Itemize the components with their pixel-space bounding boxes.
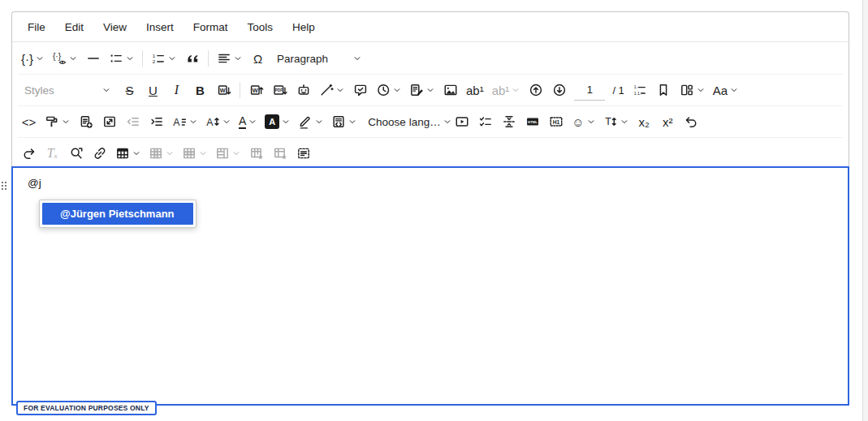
underline-button[interactable]: U xyxy=(142,78,164,102)
text-alignment-button[interactable] xyxy=(214,46,245,71)
superscript-button[interactable]: x² xyxy=(657,110,679,134)
horizontal-line-button[interactable] xyxy=(82,46,104,71)
insert-template-button[interactable] xyxy=(75,110,97,134)
italic-button[interactable]: I xyxy=(166,78,188,102)
code-block-button[interactable] xyxy=(328,110,360,134)
format-painter-button[interactable] xyxy=(41,110,73,134)
font-size-button[interactable]: A xyxy=(169,110,201,134)
page-layout-button[interactable] xyxy=(676,78,708,102)
line-height-button[interactable]: T xyxy=(600,110,632,134)
chevron-down-icon xyxy=(62,118,70,126)
track-changes-icon xyxy=(409,83,424,97)
to-do-list-button[interactable] xyxy=(474,110,496,134)
find-and-replace-button[interactable] xyxy=(65,141,87,165)
import-from-word-button[interactable]: W xyxy=(213,78,235,102)
link-icon xyxy=(93,146,107,161)
font-background-color-button[interactable]: A xyxy=(261,110,293,134)
chevron-down-icon xyxy=(353,54,361,62)
source-editing-button[interactable]: <> xyxy=(18,110,40,134)
svg-text:1: 1 xyxy=(153,53,156,58)
chevron-down-icon xyxy=(248,118,257,126)
fullscreen-button[interactable] xyxy=(98,110,120,134)
multi-level-list-button[interactable]: 1.1.1. xyxy=(629,78,651,102)
ai-assistant-button[interactable] xyxy=(292,78,314,102)
page-layout-icon xyxy=(680,83,694,97)
strikethrough-button[interactable]: S xyxy=(119,78,140,102)
undo-icon xyxy=(684,114,698,129)
highlight-button[interactable] xyxy=(295,110,326,134)
increase-indent-button[interactable] xyxy=(145,110,167,134)
bold-button[interactable]: B xyxy=(189,78,211,102)
export-to-word-icon: W xyxy=(249,83,264,97)
menu-insert[interactable]: Insert xyxy=(136,17,184,37)
remove-format-icon: Tₓ xyxy=(47,147,58,160)
svg-text:T: T xyxy=(605,116,611,127)
font-color-button[interactable]: A xyxy=(235,110,260,134)
block-drag-handle-icon[interactable] xyxy=(2,182,7,191)
chevron-down-icon xyxy=(69,54,77,62)
insert-table-button[interactable] xyxy=(112,141,144,165)
chevron-down-icon xyxy=(232,149,240,157)
bold-icon: B xyxy=(196,84,205,97)
paragraph-dropdown[interactable]: Paragraph xyxy=(270,46,368,71)
chevron-down-icon xyxy=(168,54,176,62)
merge-field-preview-button[interactable]: {·} xyxy=(49,46,80,71)
redo-button[interactable] xyxy=(18,141,40,165)
insert-media-button[interactable] xyxy=(451,110,473,134)
heading-widget-button[interactable]: H1 xyxy=(545,110,567,134)
block-quote-button[interactable] xyxy=(181,46,203,71)
export-to-word-button[interactable]: W xyxy=(245,78,267,102)
chevron-down-icon xyxy=(587,118,595,126)
insert-media-icon xyxy=(455,114,469,129)
numbered-list-button[interactable]: 12 xyxy=(148,46,179,71)
track-changes-button[interactable] xyxy=(406,78,438,102)
page-number-input[interactable] xyxy=(574,80,605,101)
mention-dropdown: @Jürgen Pietschmann xyxy=(39,200,196,228)
special-characters-button[interactable]: Ω xyxy=(247,46,269,71)
toolbar-separator xyxy=(208,50,209,67)
undo-button[interactable] xyxy=(680,110,702,134)
subscript-button[interactable]: x₂ xyxy=(633,110,655,134)
table-properties-button xyxy=(245,141,267,165)
insert-image-icon xyxy=(443,83,458,97)
evaluation-badge: FOR EVALUATION PURPOSES ONLY xyxy=(16,401,157,415)
revision-history-icon xyxy=(376,83,391,97)
bulleted-list-icon xyxy=(109,51,123,66)
redo-icon xyxy=(22,146,37,161)
chevron-down-icon xyxy=(336,86,344,94)
mention-option-selected[interactable]: @Jürgen Pietschmann xyxy=(42,203,193,225)
page-break-button[interactable] xyxy=(498,110,520,134)
scrollbar-track[interactable] xyxy=(862,0,868,421)
bulleted-list-button[interactable] xyxy=(106,46,137,71)
menu-file[interactable]: File xyxy=(18,17,55,37)
menu-edit[interactable]: Edit xyxy=(55,17,93,37)
select-all-button[interactable] xyxy=(292,141,314,165)
merge-field-preview-icon: {·} xyxy=(52,51,67,66)
merge-field-button[interactable]: {·} xyxy=(18,46,47,71)
source-editing-icon: <> xyxy=(22,116,37,128)
link-button[interactable] xyxy=(89,141,110,165)
emoji-button[interactable]: ☺ xyxy=(568,110,598,134)
text-height-button[interactable]: A xyxy=(202,110,234,134)
insert-image-button[interactable] xyxy=(439,78,461,102)
menu-help[interactable]: Help xyxy=(283,17,325,37)
menu-format[interactable]: Format xyxy=(184,17,238,37)
chevron-down-icon xyxy=(620,118,628,126)
ai-commands-button[interactable] xyxy=(316,78,348,102)
menu-view[interactable]: View xyxy=(93,17,136,37)
revision-history-button[interactable] xyxy=(373,78,404,102)
comments-button[interactable] xyxy=(349,78,371,102)
styles-dropdown[interactable]: Styles xyxy=(18,78,117,102)
text-alignment-icon xyxy=(217,51,231,66)
next-page-button[interactable] xyxy=(548,78,570,102)
svg-text:1.: 1. xyxy=(634,84,637,89)
menu-tools[interactable]: Tools xyxy=(238,17,283,37)
footnote-button[interactable]: ab¹ xyxy=(463,78,487,102)
language-dropdown[interactable]: Choose lang… xyxy=(361,110,449,134)
case-change-button[interactable]: Aa xyxy=(710,78,741,102)
html-embed-button[interactable]: HTML xyxy=(521,110,543,134)
bookmark-button[interactable] xyxy=(653,78,675,102)
editor-paragraph[interactable]: @j xyxy=(13,168,848,198)
export-to-pdf-button[interactable]: PDF xyxy=(269,78,291,102)
previous-page-button[interactable] xyxy=(525,78,546,102)
